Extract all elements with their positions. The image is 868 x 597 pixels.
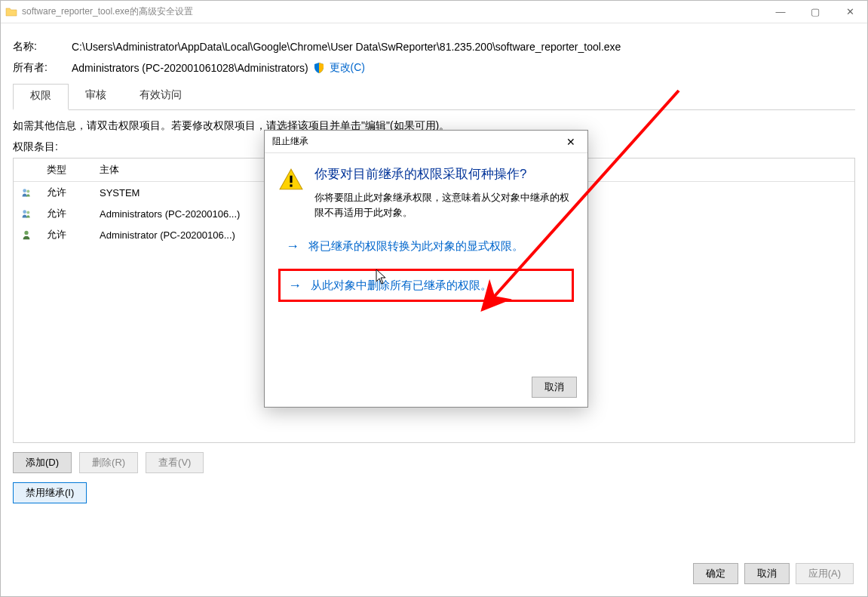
- owner-value: Administrators (PC-202001061028\Administ…: [72, 61, 855, 75]
- minimize-button[interactable]: —: [763, 1, 798, 23]
- ok-button[interactable]: 确定: [693, 563, 738, 584]
- arrow-right-icon: →: [286, 238, 299, 254]
- name-label: 名称:: [13, 40, 72, 54]
- svg-point-0: [23, 189, 26, 192]
- svg-point-2: [23, 210, 26, 214]
- option-remove-inherited[interactable]: → 从此对象中删除所有已继承的权限。: [278, 269, 574, 303]
- name-value: C:\Users\Administrator\AppData\Local\Goo…: [72, 41, 855, 53]
- row-type: 允许: [39, 183, 92, 202]
- maximize-button[interactable]: ▢: [798, 1, 833, 23]
- dialog-titlebar: 阻止继承 ✕: [265, 131, 587, 153]
- tab-effective-access[interactable]: 有效访问: [123, 84, 198, 109]
- warning-icon: [278, 167, 304, 220]
- block-inheritance-dialog: 阻止继承 ✕ 你要对目前继承的权限采取何种操作? 你将要阻止此对象继承权限，这意…: [264, 130, 588, 408]
- col-header-type[interactable]: 类型: [39, 158, 92, 181]
- dialog-cancel-button[interactable]: 取消: [532, 377, 577, 398]
- tab-auditing[interactable]: 审核: [69, 84, 123, 109]
- main-titlebar: software_reporter_tool.exe的高级安全设置 — ▢ ✕: [1, 1, 867, 23]
- option-remove-text: 从此对象中删除所有已继承的权限。: [311, 277, 492, 294]
- users-icon: [14, 205, 39, 222]
- owner-label: 所有者:: [13, 61, 72, 75]
- add-button[interactable]: 添加(D): [13, 452, 72, 473]
- row-type: 允许: [39, 205, 92, 223]
- user-icon: [14, 226, 39, 243]
- owner-text: Administrators (PC-202001061028\Administ…: [72, 62, 308, 74]
- apply-button[interactable]: 应用(A): [796, 563, 854, 584]
- dialog-subtext: 你将要阻止此对象继承权限，这意味着从父对象中继承的权限不再适用于此对象。: [314, 190, 574, 220]
- remove-button[interactable]: 删除(R): [79, 452, 138, 473]
- row-type: 允许: [39, 226, 92, 244]
- close-button[interactable]: ✕: [833, 1, 867, 23]
- window-title: software_reporter_tool.exe的高级安全设置: [22, 5, 763, 18]
- view-button[interactable]: 查看(V): [146, 452, 204, 473]
- svg-point-4: [24, 231, 28, 235]
- users-icon: [14, 184, 39, 201]
- dialog-heading: 你要对目前继承的权限采取何种操作?: [314, 165, 574, 183]
- change-owner-link[interactable]: 更改(C): [330, 61, 365, 75]
- svg-rect-6: [290, 184, 292, 186]
- svg-point-3: [26, 211, 29, 214]
- arrow-right-icon: →: [288, 278, 302, 294]
- shield-icon: [313, 62, 325, 74]
- option-convert-inherited[interactable]: → 将已继承的权限转换为此对象的显式权限。: [278, 232, 574, 261]
- folder-icon: [5, 6, 17, 18]
- dialog-close-button[interactable]: ✕: [562, 136, 580, 148]
- svg-point-1: [26, 190, 29, 193]
- main-cancel-button[interactable]: 取消: [744, 563, 790, 584]
- option-convert-text: 将已继承的权限转换为此对象的显式权限。: [308, 238, 523, 255]
- tab-permissions[interactable]: 权限: [13, 84, 69, 110]
- disable-inheritance-button[interactable]: 禁用继承(I): [13, 482, 87, 503]
- dialog-title: 阻止继承: [272, 135, 562, 148]
- svg-rect-5: [290, 176, 292, 183]
